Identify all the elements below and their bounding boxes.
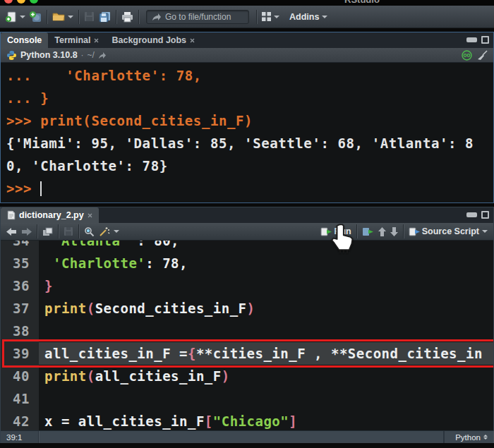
toolbar-separator [78,10,79,24]
clear-console-broom-icon[interactable] [477,50,488,61]
console-output[interactable]: ... 'Charlotte': 78,... }>>> print(Secon… [1,63,493,202]
new-file-button[interactable] [3,9,28,24]
code-editor[interactable]: 34 'Atlanta' : 80,35 'Charlotte': 78,36}… [1,241,493,430]
code-tools-button[interactable] [97,225,121,238]
line-number: 38 [1,320,39,342]
mouse-hand-cursor [329,223,357,254]
share-arrow-icon[interactable] [98,52,107,59]
panes-layout-button[interactable] [260,11,282,23]
rerun-button[interactable] [360,226,376,238]
tab-label: Console [7,35,42,45]
code-text: 'Charlotte': 78, [39,252,188,274]
console-line: >>> [6,177,493,200]
code-line[interactable]: 38 [1,320,493,342]
forward-button[interactable] [19,226,34,237]
code-line[interactable]: 36} [1,274,493,297]
cursor-position: 39:1 [1,431,39,443]
new-project-button[interactable] [28,9,44,24]
close-icon[interactable] [88,213,92,218]
code-text: } [39,274,53,297]
print-icon [121,11,133,23]
code-line[interactable]: 34 'Atlanta' : 80, [1,241,493,252]
line-number: 39 [1,342,39,365]
maximize-pane-icon[interactable] [481,36,489,44]
editor-toolbar: Run [1,223,493,241]
window-title: RStudio [344,0,380,5]
code-line[interactable]: 37print(Second_cities_in_F) [1,297,493,320]
tab-background-jobs[interactable]: Background Jobs [105,32,201,48]
chevron-down-icon [114,230,119,233]
next-chunk-button[interactable] [388,226,400,238]
spinner-icon [483,435,488,440]
console-line: 0, 'Charlotte': 78} [6,155,493,177]
zoom-window-icon[interactable] [30,0,38,4]
code-line[interactable]: 41 [1,387,493,410]
source-script-button[interactable]: Source Script [406,225,490,238]
close-icon[interactable] [94,38,99,43]
goto-file-function-input[interactable]: Go to file/function [146,10,249,24]
console-line: >>> print(Second_cities_in_F) [6,109,493,132]
close-icon[interactable] [190,38,195,43]
tab-console[interactable]: Console [1,32,48,48]
new-project-icon [30,11,42,23]
code-text: print(all_cities_in_F) [39,365,230,387]
print-button[interactable] [119,10,135,24]
source-icon [409,227,421,236]
console-line: {'Miami': 95, 'Dallas': 85, 'Seattle': 6… [6,132,493,155]
save-all-button[interactable] [97,10,113,24]
popup-window-icon [42,227,53,236]
toolbar-separator [256,10,257,24]
code-line[interactable]: 42x = all_cities_in_F["Chicago"] [1,410,493,430]
new-file-icon [5,11,17,23]
addins-label: Addins [289,12,319,22]
line-number: 42 [1,410,39,430]
find-replace-button[interactable] [82,225,97,238]
rstudio-window: RStudio [0,0,494,448]
line-number: 34 [1,241,39,252]
editor-pane: dictionary_2.py [0,207,494,443]
toolbar-separator [37,224,37,238]
back-button[interactable] [4,226,19,237]
line-number: 41 [1,387,39,410]
reticulate-session-icon[interactable] [462,50,472,61]
file-icon [7,210,16,220]
code-text: all_cities_in_F ={**cities_in_F , **Seco… [39,342,483,365]
maximize-pane-icon[interactable] [481,211,489,219]
code-text: x = all_cities_in_F["Chicago"] [39,410,297,430]
chevron-down-icon [322,16,327,18]
minimize-pane-icon[interactable] [466,37,477,42]
open-file-button[interactable] [50,10,76,23]
source-script-label: Source Script [422,226,479,236]
editor-tabstrip: dictionary_2.py [1,207,493,223]
previous-chunk-button[interactable] [376,226,388,238]
minimize-window-icon[interactable] [17,0,25,4]
save-button[interactable] [82,10,97,23]
line-number: 37 [1,297,39,320]
tab-dictionary-2-py[interactable]: dictionary_2.py [1,207,99,223]
language-selector[interactable]: Python [444,431,493,443]
toolbar-separator [78,224,79,238]
chevron-down-icon [68,16,73,18]
toolbar-separator [116,10,116,24]
code-line[interactable]: 39all_cities_in_F ={**cities_in_F , **Se… [1,342,493,365]
line-number: 36 [1,274,39,297]
save-button[interactable] [61,225,76,238]
close-window-icon[interactable] [4,0,13,4]
open-folder-icon [52,11,65,22]
working-directory[interactable]: ~/ [88,50,95,60]
toolbar-separator [58,224,59,238]
code-line[interactable]: 35 'Charlotte': 78, [1,252,493,274]
console-tabstrip: Console Terminal Background Jobs [1,32,493,48]
addins-button[interactable]: Addins [287,11,330,23]
chevron-down-icon [274,16,279,18]
chevron-down-icon [482,230,488,233]
console-pane: Console Terminal Background Jobs [0,32,494,203]
show-in-new-window-button[interactable] [40,226,55,238]
search-icon [84,226,95,237]
grid-icon [262,12,271,21]
code-line[interactable]: 40print(all_cities_in_F) [1,365,493,387]
console-header: Python 3.10.8 · ~/ [1,48,493,63]
language-label: Python [455,433,481,442]
minimize-pane-icon[interactable] [466,212,477,217]
tab-terminal[interactable]: Terminal [48,32,105,48]
